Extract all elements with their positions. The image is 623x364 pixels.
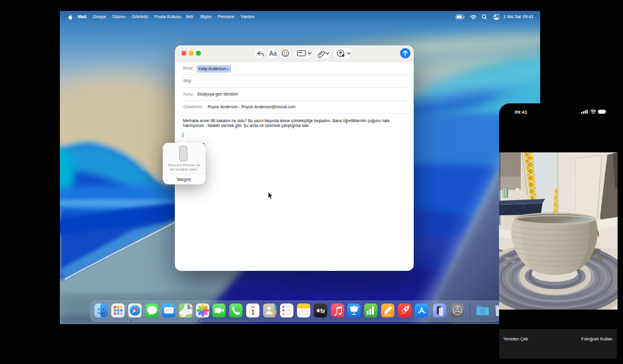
svg-text:Aa: Aa	[269, 50, 277, 57]
